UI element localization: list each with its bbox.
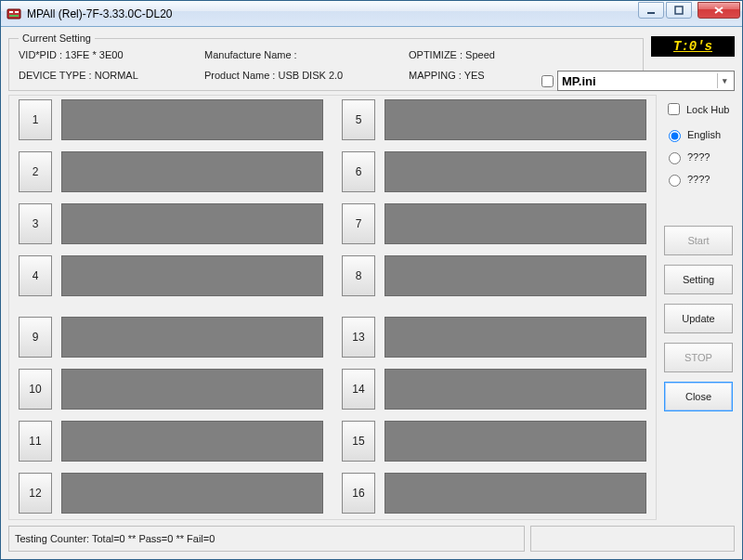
status-left: Testing Counter: Total=0 ** Pass=0 ** Fa… <box>8 526 525 552</box>
slot-button-9[interactable]: 9 <box>19 317 52 358</box>
status-row: Testing Counter: Total=0 ** Pass=0 ** Fa… <box>8 526 735 552</box>
app-icon <box>7 7 21 21</box>
window-root: MPAll (Rel)-7F-3.33.0C-DL20 Current Sett… <box>0 0 743 560</box>
slot-button-1[interactable]: 1 <box>19 99 52 140</box>
slot-button-15[interactable]: 15 <box>342 421 375 462</box>
slot-row: 15 <box>342 421 646 462</box>
optimize: OPTIMIZE : Speed <box>409 49 557 60</box>
slot-panel-3 <box>61 203 323 244</box>
current-setting-legend: Current Setting <box>19 33 95 44</box>
ini-combo-row: MP.ini ▾ <box>541 71 735 91</box>
slot-button-6[interactable]: 6 <box>342 151 375 192</box>
manufacture-name: Manufacture Name : <box>204 49 409 60</box>
client-area: Current Setting VID*PID : 13FE * 3E00 Ma… <box>1 27 742 559</box>
mapping: MAPPING : YES <box>409 70 557 81</box>
lang-option-1[interactable]: ???? <box>664 150 733 164</box>
slot-panel-4 <box>61 255 323 296</box>
product-name: Product Name : USB DISK 2.0 <box>204 70 409 81</box>
svg-rect-3 <box>9 15 19 17</box>
window-buttons <box>638 1 742 26</box>
stop-button[interactable]: STOP <box>664 343 733 372</box>
close-window-button[interactable] <box>697 2 740 19</box>
minimize-button[interactable] <box>638 2 664 19</box>
ini-combo[interactable]: MP.ini ▾ <box>557 71 735 91</box>
lang-label-2: ???? <box>687 174 710 185</box>
slot-row: 7 <box>342 203 646 244</box>
slot-row: 5 <box>342 99 646 140</box>
slot-row: 14 <box>342 369 646 410</box>
slot-button-2[interactable]: 2 <box>19 151 52 192</box>
slot-row: 12 <box>19 473 323 514</box>
slot-columns: 12349101112 567813141516 <box>19 99 646 514</box>
window-title: MPAll (Rel)-7F-3.33.0C-DL20 <box>27 7 638 20</box>
maximize-button[interactable] <box>666 2 692 19</box>
top-right-cluster: T:0's <box>651 36 735 57</box>
slot-panel-13 <box>385 317 646 358</box>
lang-radio-0[interactable] <box>669 130 681 142</box>
slot-button-16[interactable]: 16 <box>342 473 375 514</box>
slot-row: 8 <box>342 255 646 296</box>
slot-button-4[interactable]: 4 <box>19 255 52 296</box>
vid-pid: VID*PID : 13FE * 3E00 <box>19 49 204 60</box>
lang-radio-1[interactable] <box>669 152 681 164</box>
lock-hub-row[interactable]: Lock Hub <box>664 100 733 118</box>
slot-button-10[interactable]: 10 <box>19 369 52 410</box>
slot-row: 2 <box>19 151 323 192</box>
slot-row: 4 <box>19 255 323 296</box>
slot-panel-6 <box>385 151 646 192</box>
slot-row: 6 <box>342 151 646 192</box>
svg-rect-4 <box>647 12 655 14</box>
slot-panel-15 <box>385 421 646 462</box>
setting-button[interactable]: Setting <box>664 265 733 294</box>
slot-panel-11 <box>61 421 323 462</box>
side-panel: Lock Hub English ???? ???? Start Setting… <box>662 95 735 520</box>
lang-radio-2[interactable] <box>669 175 681 187</box>
main-row: 12349101112 567813141516 Lock Hub Englis… <box>8 95 735 520</box>
slot-panel-16 <box>385 473 646 514</box>
slot-panel-1 <box>61 99 323 140</box>
slot-panel-5 <box>385 99 646 140</box>
slot-row: 11 <box>19 421 323 462</box>
slot-panel-2 <box>61 151 323 192</box>
device-type: DEVICE TYPE : NORMAL <box>19 70 204 81</box>
slot-button-3[interactable]: 3 <box>19 203 52 244</box>
slot-button-8[interactable]: 8 <box>342 255 375 296</box>
slots-frame: 12349101112 567813141516 <box>8 95 657 520</box>
slot-panel-10 <box>61 369 323 410</box>
slot-panel-12 <box>61 473 323 514</box>
lang-option-0[interactable]: English <box>664 127 733 142</box>
slot-button-7[interactable]: 7 <box>342 203 375 244</box>
slot-button-12[interactable]: 12 <box>19 473 52 514</box>
slot-button-13[interactable]: 13 <box>342 317 375 358</box>
slot-button-5[interactable]: 5 <box>342 99 375 140</box>
svg-rect-0 <box>7 9 20 19</box>
svg-rect-2 <box>15 11 19 13</box>
slot-panel-8 <box>385 255 646 296</box>
lock-hub-label: Lock Hub <box>686 104 729 115</box>
start-button[interactable]: Start <box>664 226 733 255</box>
slot-row: 9 <box>19 317 323 358</box>
lang-label-1: ???? <box>687 151 710 163</box>
language-radio-group: English ???? ???? <box>664 127 733 189</box>
ini-combo-value: MP.ini <box>562 74 596 88</box>
slot-button-14[interactable]: 14 <box>342 369 375 410</box>
timer-display: T:0's <box>651 36 735 57</box>
ini-checkbox[interactable] <box>541 75 554 87</box>
slot-column-left: 12349101112 <box>19 99 323 514</box>
chevron-down-icon: ▾ <box>717 73 732 88</box>
lang-label-0: English <box>687 129 721 140</box>
slot-panel-14 <box>385 369 646 410</box>
close-button[interactable]: Close <box>664 382 733 411</box>
slot-column-right: 567813141516 <box>342 99 646 514</box>
slot-row: 3 <box>19 203 323 244</box>
slot-button-11[interactable]: 11 <box>19 421 52 462</box>
slot-row: 1 <box>19 99 323 140</box>
svg-rect-1 <box>9 11 13 13</box>
update-button[interactable]: Update <box>664 304 733 333</box>
slot-panel-7 <box>385 203 646 244</box>
titlebar: MPAll (Rel)-7F-3.33.0C-DL20 <box>1 1 742 27</box>
slot-row: 10 <box>19 369 323 410</box>
status-right <box>530 526 735 552</box>
lang-option-2[interactable]: ???? <box>664 172 733 187</box>
lock-hub-checkbox[interactable] <box>668 103 680 115</box>
